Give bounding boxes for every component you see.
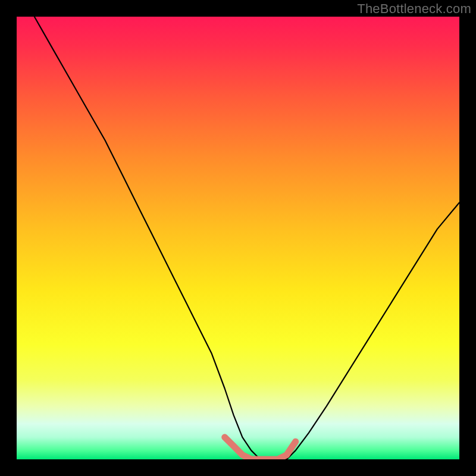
watermark-label: TheBottleneck.com (357, 1, 471, 17)
chart-frame: TheBottleneck.com (0, 0, 476, 476)
plot-area (17, 17, 459, 459)
bottleneck-curve (17, 17, 459, 459)
